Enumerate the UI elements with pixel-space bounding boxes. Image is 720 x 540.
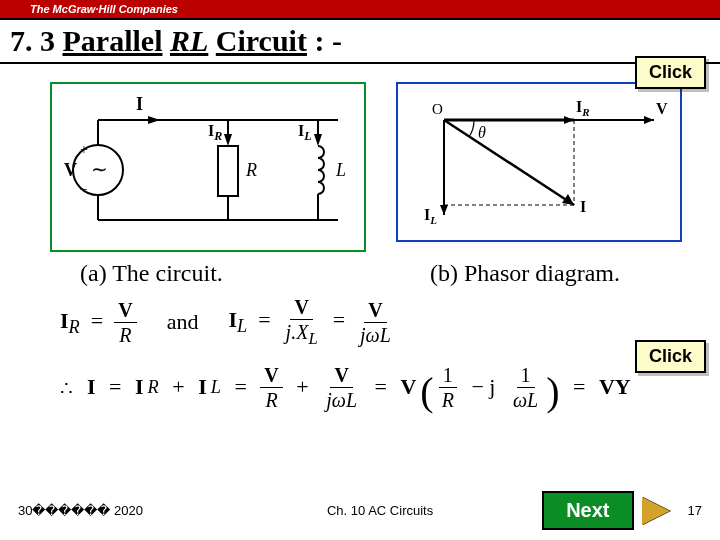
- brand-bar: The McGraw·Hill Companies: [0, 0, 720, 20]
- svg-text:O: O: [432, 101, 443, 117]
- svg-text:+: +: [80, 142, 88, 157]
- circuit-figure: ∼ + − V I IR R IL L: [50, 82, 366, 252]
- page-number: 17: [688, 503, 702, 518]
- svg-marker-25: [440, 205, 448, 215]
- svg-text:IL: IL: [298, 122, 312, 143]
- circuit-svg: ∼ + − V I IR R IL L: [58, 90, 358, 240]
- svg-text:R: R: [245, 160, 257, 180]
- svg-text:I: I: [580, 198, 586, 215]
- svg-text:IR: IR: [576, 98, 590, 118]
- click-button-1[interactable]: Click: [635, 56, 706, 89]
- svg-text:∼: ∼: [91, 158, 108, 180]
- section-heading: 7. 3 Parallel RL Circuit : -: [0, 20, 720, 64]
- eq-row-1: IR = VR and IL = Vj.XL = VjωL: [60, 295, 690, 349]
- svg-text:IL: IL: [424, 206, 437, 226]
- svg-marker-23: [644, 116, 654, 124]
- arrow-right-icon[interactable]: [642, 497, 670, 525]
- footer-date: 30������ 2020: [18, 503, 218, 518]
- footer: 30������ 2020 Ch. 10 AC Circuits Next 17: [0, 491, 720, 530]
- svg-text:V: V: [64, 160, 77, 180]
- phasor-figure: O θ IR V IL I: [396, 82, 682, 242]
- svg-marker-9: [148, 116, 160, 124]
- svg-marker-12: [224, 134, 232, 146]
- svg-text:V: V: [656, 100, 668, 117]
- captions-row: (a) The circuit. (b) Phasor diagram.: [0, 252, 720, 287]
- svg-text:IR: IR: [208, 122, 222, 143]
- click-button-2[interactable]: Click: [635, 340, 706, 373]
- next-button[interactable]: Next: [542, 491, 633, 530]
- svg-text:θ: θ: [478, 124, 486, 141]
- caption-b: (b) Phasor diagram.: [430, 260, 620, 287]
- svg-text:L: L: [335, 160, 346, 180]
- equations: IR = VR and IL = Vj.XL = VjωL ∴ I = IR +…: [0, 287, 720, 412]
- svg-text:−: −: [80, 182, 88, 197]
- svg-rect-13: [218, 146, 238, 196]
- figures-row: ∼ + − V I IR R IL L: [0, 64, 720, 252]
- next-group: Next 17: [542, 491, 702, 530]
- brand-text: The McGraw·Hill Companies: [30, 3, 178, 15]
- footer-chapter: Ch. 10 AC Circuits: [218, 503, 542, 518]
- caption-a: (a) The circuit.: [80, 260, 360, 287]
- svg-marker-18: [314, 134, 322, 146]
- eq-row-2: ∴ I = IR + IL = VR + VjωL = V ( 1R − j 1…: [60, 363, 690, 412]
- svg-marker-31: [564, 116, 574, 124]
- svg-line-26: [444, 120, 574, 205]
- phasor-svg: O θ IR V IL I: [404, 90, 674, 230]
- svg-text:I: I: [136, 94, 143, 114]
